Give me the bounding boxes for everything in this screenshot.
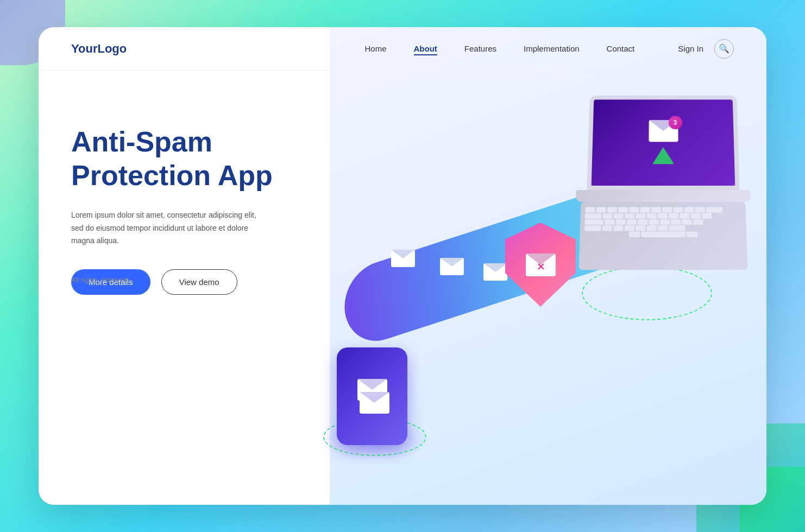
hero-title: Anti-SpamProtection App	[71, 125, 349, 193]
nav-item-implementation[interactable]: Implementation	[524, 44, 580, 54]
main-content: Anti-SpamProtection App Lorem ipsum dolo…	[39, 71, 766, 505]
nav-right: Sign In 🔍	[678, 39, 734, 59]
nav-link-features[interactable]: Features	[464, 44, 496, 53]
shield: ✕	[505, 223, 576, 307]
outer-background: YourLogo Home About Features Implementat…	[0, 0, 805, 532]
laptop-base	[576, 190, 751, 202]
view-demo-button[interactable]: View demo	[161, 269, 237, 295]
belt-envelope-2	[440, 258, 464, 275]
shield-shape: ✕	[505, 223, 576, 307]
right-illustration: 3	[293, 71, 766, 505]
signin-link[interactable]: Sign In	[678, 44, 703, 53]
belt-envelope-3	[483, 263, 507, 281]
laptop: 3	[573, 96, 753, 270]
footer-text: All rights reserved	[71, 276, 128, 284]
phone-envelope-2	[360, 392, 389, 414]
nav-link-contact[interactable]: Contact	[607, 44, 635, 53]
search-button[interactable]: 🔍	[714, 39, 734, 59]
navbar: YourLogo Home About Features Implementat…	[39, 27, 766, 71]
nav-link-implementation[interactable]: Implementation	[524, 44, 580, 53]
laptop-screen: 3	[587, 96, 739, 190]
arrow-up-icon	[652, 147, 674, 164]
belt-envelope-1	[391, 250, 415, 267]
nav-item-home[interactable]: Home	[364, 44, 386, 54]
nav-link-home[interactable]: Home	[364, 44, 386, 53]
laptop-keyboard	[579, 202, 748, 270]
screen-content: 3	[592, 99, 735, 185]
nav-link-about[interactable]: About	[414, 44, 437, 55]
logo[interactable]: YourLogo	[71, 42, 127, 56]
nav-item-about[interactable]: About	[414, 44, 437, 54]
search-icon: 🔍	[719, 43, 729, 54]
phone	[337, 347, 407, 445]
left-content: Anti-SpamProtection App Lorem ipsum dolo…	[71, 103, 349, 316]
main-card: YourLogo Home About Features Implementat…	[39, 27, 766, 505]
notification-badge: 3	[668, 116, 682, 130]
dashed-circle-top	[582, 266, 712, 320]
nav-item-contact[interactable]: Contact	[607, 44, 635, 54]
phone-content	[350, 364, 394, 429]
nav-item-features[interactable]: Features	[464, 44, 496, 54]
hero-description: Lorem ipsum dolor sit amet, consectetur …	[71, 209, 267, 248]
nav-links: Home About Features Implementation Conta…	[364, 44, 634, 54]
